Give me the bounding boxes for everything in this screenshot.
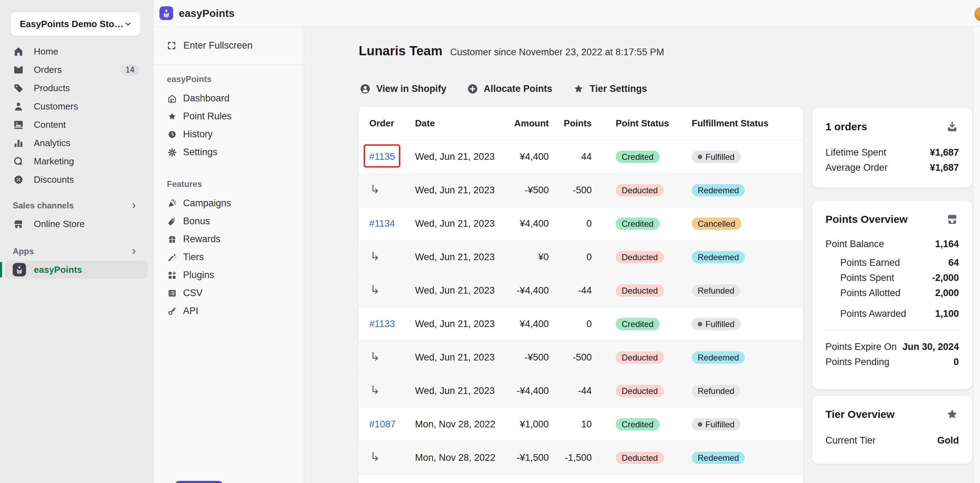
tier-settings-button[interactable]: Tier Settings <box>573 83 647 95</box>
fulfillment-status-badge: Refunded <box>692 385 740 397</box>
fulfillment-status-cell: Redeemed <box>692 241 745 274</box>
stat-row-points-pending: Points Pending0 <box>826 354 959 370</box>
page-header: Lunaris Team Customer since November 23,… <box>359 44 664 59</box>
point-status-badge: Credited <box>616 318 660 330</box>
stat-value: -2,000 <box>932 270 959 285</box>
order-link[interactable]: #1133 <box>369 307 395 340</box>
sidebar-section-label: Apps <box>13 246 34 256</box>
sub-entry-arrow-icon: ↳ <box>370 341 380 372</box>
order-link[interactable]: #1135 <box>369 140 395 173</box>
sidebar-item-analytics[interactable]: Analytics <box>0 134 154 152</box>
help-button-partial[interactable] <box>174 481 224 483</box>
sidebar-item-discounts[interactable]: Discounts <box>0 171 154 189</box>
table-row: ↳Wed, Jun 21, 2023-¥4,400-44DeductedRefu… <box>358 274 803 307</box>
bonus-tag-icon <box>167 217 177 226</box>
enter-fullscreen-button[interactable]: Enter Fullscreen <box>154 27 304 65</box>
appnav-item-settings[interactable]: Settings <box>154 143 304 161</box>
sidebar-item-easypoints[interactable]: easyPoints <box>5 260 148 279</box>
stat-value: ¥1,687 <box>930 145 959 160</box>
stat-row-points-expire-on: Points Expire OnJun 30, 2024 <box>826 340 959 354</box>
star-icon <box>573 83 584 95</box>
star-icon[interactable] <box>945 408 959 421</box>
appnav-item-point-rules[interactable]: Point Rules <box>154 107 304 125</box>
point-status-badge: Credited <box>616 218 660 230</box>
stat-value: 1,164 <box>935 237 959 252</box>
stat-row-point-balance: Point Balance1,164 <box>826 237 959 252</box>
fulfillment-status-cell: Redeemed <box>692 341 745 374</box>
table-row: #1134Wed, Jun 21, 2023¥4,4000CreditedCan… <box>358 207 803 241</box>
import-icon[interactable] <box>945 120 959 134</box>
sidebar-item-products[interactable]: Products <box>0 79 154 97</box>
chevron-right-icon <box>130 247 138 256</box>
csv-table-icon <box>167 289 177 298</box>
appnav-sections: easyPointsDashboardPoint RulesHistorySet… <box>154 74 304 320</box>
fulfillment-status-cell: Refunded <box>692 374 740 408</box>
sidebar-section-apps[interactable]: Apps <box>0 242 154 260</box>
appnav-item-csv[interactable]: CSV <box>154 284 304 302</box>
appnav-item-tiers[interactable]: Tiers <box>154 248 304 266</box>
stat-row-lifetime-spent: Lifetime Spent¥1,687 <box>826 145 959 160</box>
order-points: 44 <box>549 140 592 173</box>
store-switcher[interactable]: EasyPoints Demo Stor... <box>10 12 141 36</box>
appnav-item-rewards[interactable]: Rewards <box>154 230 304 248</box>
order-date: Wed, Jun 21, 2023 <box>415 341 495 374</box>
scrollbar-track[interactable] <box>974 27 980 483</box>
fulfillment-status-badge: Cancelled <box>692 218 741 230</box>
point-status-cell: Deducted <box>616 274 664 307</box>
allocate-points-button[interactable]: Allocate Points <box>467 83 552 95</box>
sidebar-section-label: Sales channels <box>13 201 73 210</box>
stat-value: 1,100 <box>935 306 959 321</box>
sidebar-item-online-store[interactable]: Online Store <box>0 215 154 233</box>
sidebar-item-marketing[interactable]: Marketing <box>0 152 154 171</box>
table-row: ↳Wed, Jun 21, 2023-¥500-500DeductedRedee… <box>358 174 803 207</box>
appnav-item-label: Plugins <box>183 269 215 281</box>
point-status-cell: Deducted <box>616 174 664 207</box>
stat-value: Jun 30, 2024 <box>902 340 959 354</box>
order-date: Wed, Jun 21, 2023 <box>415 207 495 240</box>
column-header-fulfillment-status: Fulfillment Status <box>692 107 768 140</box>
sidebar-item-home[interactable]: Home <box>0 42 154 61</box>
appnav-item-label: Settings <box>183 147 218 158</box>
order-date: Mon, Nov 28, 2022 <box>415 441 495 474</box>
appnav-item-history[interactable]: History <box>154 125 304 143</box>
easypoints-nav: Enter Fullscreen easyPointsDashboardPoin… <box>154 27 304 483</box>
appnav-item-dashboard[interactable]: Dashboard <box>154 89 304 107</box>
sidebar-item-customers[interactable]: Customers <box>0 97 154 115</box>
dashboard-icon <box>167 94 177 104</box>
stat-value: 2,000 <box>935 285 959 301</box>
stat-label: Points Earned <box>840 255 900 270</box>
appnav-item-label: Tiers <box>183 252 204 263</box>
sidebar-item-label: Customers <box>34 101 78 112</box>
point-status-cell: Deducted <box>616 341 664 374</box>
order-points: 10 <box>549 408 592 441</box>
view-in-shopify-button[interactable]: View in Shopify <box>360 83 446 95</box>
sidebar-section-sales-channels[interactable]: Sales channels <box>0 196 154 215</box>
appnav-item-label: CSV <box>183 288 203 298</box>
easypoints-app-icon <box>13 263 26 276</box>
sidebar-item-label: Discounts <box>34 174 74 185</box>
sidebar-item-content[interactable]: Content <box>0 115 154 134</box>
store-switcher-label: EasyPoints Demo Stor... <box>20 19 124 30</box>
storefront-icon <box>13 218 24 230</box>
order-link[interactable]: #1087 <box>369 408 396 441</box>
order-points: -44 <box>549 274 592 307</box>
appnav-item-api[interactable]: API <box>154 302 304 320</box>
sidebar-item-label: Orders <box>34 64 62 75</box>
fulfillment-status-badge: Redeemed <box>692 452 745 464</box>
plus-circle-icon <box>467 83 478 95</box>
appnav-item-plugins[interactable]: Plugins <box>154 266 304 284</box>
appnav-item-bonus[interactable]: Bonus <box>154 212 304 230</box>
orders-icon <box>13 64 24 76</box>
action-label: Tier Settings <box>590 83 647 94</box>
appnav-item-campaigns[interactable]: Campaigns <box>154 194 304 212</box>
app-title: easyPoints <box>179 7 234 19</box>
sidebar-nav: HomeOrders14ProductsCustomersContentAnal… <box>0 42 154 279</box>
order-amount: -¥4,400 <box>485 374 549 407</box>
point-status-badge: Deducted <box>616 452 664 464</box>
orders-count-badge: 14 <box>120 64 140 75</box>
point-status-badge: Deducted <box>616 284 664 297</box>
order-link[interactable]: #1134 <box>369 207 395 240</box>
sidebar-item-orders[interactable]: Orders14 <box>0 61 154 79</box>
shop-heart-icon[interactable] <box>945 213 959 226</box>
main-content: Lunaris Team Customer since November 23,… <box>304 27 980 483</box>
